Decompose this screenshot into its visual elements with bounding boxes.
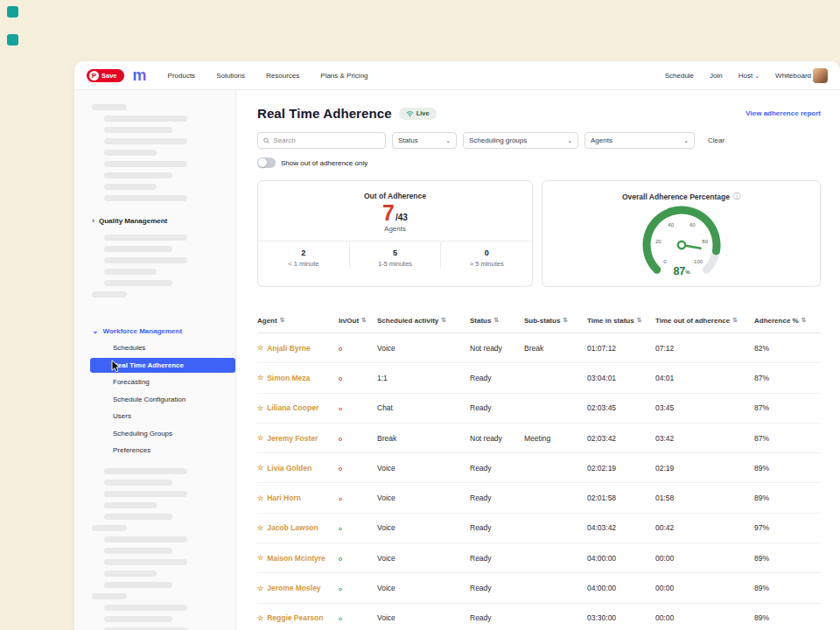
agent-cell[interactable]: ☆Maison Mcintyre <box>257 554 339 563</box>
sidebar-section-quality-management[interactable]: › Quality Management <box>74 212 235 229</box>
sidebar-item-forecasting[interactable]: Forecasting <box>74 374 235 391</box>
table-row[interactable]: ☆Liliana CooperChatReady02:03:4503:4587% <box>257 394 821 424</box>
star-icon[interactable]: ☆ <box>257 494 263 502</box>
sidebar-item-schedules[interactable]: Schedules <box>74 340 235 357</box>
star-icon[interactable]: ☆ <box>257 464 263 472</box>
breakdown-label: > 5 minutes <box>441 260 532 268</box>
nav-link-solutions[interactable]: Solutions <box>216 72 245 80</box>
search-input-wrapper[interactable] <box>257 132 386 149</box>
sort-icon[interactable]: ⇅ <box>802 317 807 324</box>
search-input[interactable] <box>273 136 380 144</box>
sort-icon[interactable]: ⇅ <box>494 317 499 324</box>
sidebar-item-schedule-configuration[interactable]: Schedule Configuration <box>74 391 235 409</box>
skeleton-bar <box>104 257 187 263</box>
table-row[interactable]: ☆Anjali ByrneVoiceNot readyBreak01:07:12… <box>257 333 821 363</box>
decor-square-2 <box>7 34 18 46</box>
sort-icon[interactable]: ⇅ <box>441 317 446 324</box>
sort-icon[interactable]: ⇅ <box>637 317 642 324</box>
table-row[interactable]: ☆Livia GoldenVoiceReady02:02:1902:1989% <box>257 453 821 483</box>
column-header-time-in-status[interactable]: Time in status⇅ <box>587 317 655 325</box>
cell-activity: 1:1 <box>377 374 470 382</box>
svg-text:40: 40 <box>668 222 674 228</box>
table-row[interactable]: ☆Simon Meza1:1Ready03:04:0104:0187% <box>257 363 821 393</box>
star-icon[interactable]: ☆ <box>257 344 263 352</box>
chevron-right-icon: › <box>92 217 94 225</box>
sort-icon[interactable]: ⇅ <box>563 317 568 324</box>
nav-link-resources[interactable]: Resources <box>266 72 299 80</box>
nav-link-schedule[interactable]: Schedule <box>665 72 694 80</box>
table-row[interactable]: ☆Maison McintyreVoiceReady04:00:0000:008… <box>257 543 821 573</box>
clear-filters-button[interactable]: Clear <box>708 136 724 144</box>
filter-dropdown-scheduling-groups[interactable]: Scheduling groups⌄ <box>463 132 578 149</box>
nav-link-host[interactable]: Host⌄ <box>738 72 760 80</box>
star-icon[interactable]: ☆ <box>257 584 263 592</box>
inout-cell <box>339 584 377 592</box>
nav-link-products[interactable]: Products <box>168 72 196 80</box>
user-avatar[interactable] <box>813 68 828 83</box>
cell-time-out: 07:12 <box>655 344 754 353</box>
agent-cell[interactable]: ☆Jacob Lawson <box>257 523 339 532</box>
agent-cell[interactable]: ☆Livia Golden <box>257 464 339 472</box>
out-of-adherence-toggle[interactable] <box>257 158 276 168</box>
gauge-hub <box>677 242 684 248</box>
agent-name: Reggie Pearson <box>267 613 323 622</box>
table-row[interactable]: ☆Hari HornVoiceReady02:01:5801:5889% <box>257 483 821 513</box>
brand-logo[interactable]: m <box>133 67 147 83</box>
nav-link-join[interactable]: Join <box>710 72 723 80</box>
sidebar-item-preferences[interactable]: Preferences <box>74 442 235 459</box>
agent-cell[interactable]: ☆Hari Horn <box>257 494 339 502</box>
star-icon[interactable]: ☆ <box>257 614 263 622</box>
table-row[interactable]: ☆Reggie PearsonVoiceReady03:30:0000:0089… <box>257 604 821 630</box>
nav-link-plans-pricing[interactable]: Plans & Pricing <box>320 72 368 80</box>
agents-label: Agents <box>258 225 532 233</box>
dropdown-label: Agents <box>591 136 612 144</box>
agent-cell[interactable]: ☆Liliana Cooper <box>257 403 339 412</box>
sidebar-section-workforce-management[interactable]: ⌄ Workforce Management <box>74 322 235 340</box>
agent-cell[interactable]: ☆Jerome Mosley <box>257 584 339 592</box>
star-icon[interactable]: ☆ <box>257 524 263 532</box>
app-body: › Quality Management ⌄ Workforce Managem… <box>74 90 840 630</box>
column-header-adherence[interactable]: Adherence %⇅ <box>754 317 821 325</box>
filter-dropdown-status[interactable]: Status⌄ <box>392 132 457 149</box>
table-row[interactable]: ☆Jacob LawsonVoiceReady04:03:4200:4297% <box>257 514 821 543</box>
sort-icon[interactable]: ⇅ <box>732 317 738 324</box>
table-row[interactable]: ☆Jeremy FosterBreakNot readyMeeting02:03… <box>257 424 821 453</box>
sort-icon[interactable]: ⇅ <box>361 317 367 324</box>
mouse-cursor <box>111 360 122 374</box>
agent-name: Hari Horn <box>267 494 301 502</box>
view-adherence-report-link[interactable]: View adherence report <box>746 109 821 117</box>
star-icon[interactable]: ☆ <box>257 374 263 382</box>
sidebar-item-scheduling-groups[interactable]: Scheduling Groups <box>74 425 235 443</box>
skeleton-bar <box>104 234 187 241</box>
agent-cell[interactable]: ☆Simon Meza <box>257 374 339 382</box>
column-header-in-out[interactable]: In/Out⇅ <box>339 317 377 325</box>
agent-cell[interactable]: ☆Jeremy Foster <box>257 434 339 443</box>
agent-cell[interactable]: ☆Reggie Pearson <box>257 613 339 622</box>
navbar-links: ProductsSolutionsResourcesPlans & Pricin… <box>168 72 368 80</box>
chevron-down-icon: ⌄ <box>567 137 572 144</box>
star-icon[interactable]: ☆ <box>257 554 263 562</box>
column-header-agent[interactable]: Agent⇅ <box>257 317 339 325</box>
column-header-status[interactable]: Status⇅ <box>470 317 524 325</box>
nav-link-whiteboard[interactable]: Whiteboard <box>775 72 811 80</box>
column-header-time-out-of-adherence[interactable]: Time out of adherence⇅ <box>655 317 754 325</box>
skeleton-bar <box>104 184 157 190</box>
star-icon[interactable]: ☆ <box>257 404 263 412</box>
agent-name: Anjali Byrne <box>267 344 311 353</box>
search-icon <box>263 137 270 144</box>
info-icon[interactable]: ⓘ <box>733 192 740 201</box>
skeleton-bar <box>104 127 172 133</box>
star-icon[interactable]: ☆ <box>257 434 263 442</box>
table-row[interactable]: ☆Jerome MosleyVoiceReady04:00:0000:0089% <box>257 573 821 603</box>
skeleton-bar <box>104 582 172 588</box>
cell-adherence: 87% <box>754 374 821 382</box>
sort-icon[interactable]: ⇅ <box>280 317 285 324</box>
filter-dropdown-agents[interactable]: Agents⌄ <box>584 132 695 149</box>
column-label: Adherence % <box>754 317 799 325</box>
agent-cell[interactable]: ☆Anjali Byrne <box>257 344 339 353</box>
column-header-scheduled-activity[interactable]: Scheduled activity⇅ <box>377 317 470 325</box>
sidebar-item-users[interactable]: Users <box>74 408 235 425</box>
inout-cell <box>339 523 377 532</box>
pinterest-save-button[interactable]: P Save <box>87 69 124 82</box>
column-header-sub-status[interactable]: Sub-status⇅ <box>524 317 587 325</box>
